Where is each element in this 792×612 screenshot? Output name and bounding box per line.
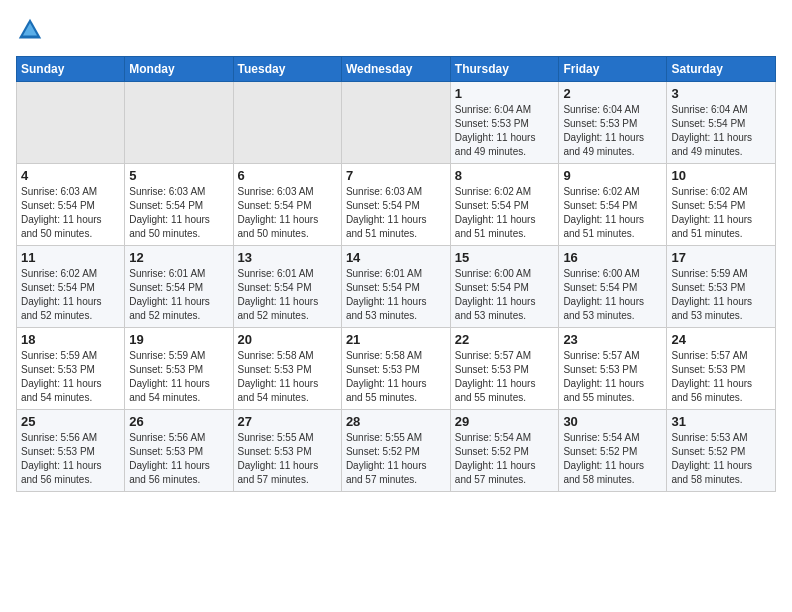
day-number: 1 xyxy=(455,86,555,101)
day-info: Sunrise: 6:03 AM Sunset: 5:54 PM Dayligh… xyxy=(21,185,120,241)
calendar-cell: 25Sunrise: 5:56 AM Sunset: 5:53 PM Dayli… xyxy=(17,410,125,492)
day-number: 21 xyxy=(346,332,446,347)
calendar-cell: 3Sunrise: 6:04 AM Sunset: 5:54 PM Daylig… xyxy=(667,82,776,164)
day-info: Sunrise: 6:00 AM Sunset: 5:54 PM Dayligh… xyxy=(563,267,662,323)
calendar-cell: 1Sunrise: 6:04 AM Sunset: 5:53 PM Daylig… xyxy=(450,82,559,164)
day-info: Sunrise: 6:01 AM Sunset: 5:54 PM Dayligh… xyxy=(346,267,446,323)
day-header-friday: Friday xyxy=(559,57,667,82)
calendar-cell: 29Sunrise: 5:54 AM Sunset: 5:52 PM Dayli… xyxy=(450,410,559,492)
day-number: 9 xyxy=(563,168,662,183)
calendar-cell: 31Sunrise: 5:53 AM Sunset: 5:52 PM Dayli… xyxy=(667,410,776,492)
calendar-cell: 7Sunrise: 6:03 AM Sunset: 5:54 PM Daylig… xyxy=(341,164,450,246)
day-number: 13 xyxy=(238,250,337,265)
day-info: Sunrise: 6:02 AM Sunset: 5:54 PM Dayligh… xyxy=(563,185,662,241)
calendar-cell xyxy=(17,82,125,164)
calendar-cell: 21Sunrise: 5:58 AM Sunset: 5:53 PM Dayli… xyxy=(341,328,450,410)
calendar-cell: 5Sunrise: 6:03 AM Sunset: 5:54 PM Daylig… xyxy=(125,164,233,246)
calendar-cell: 4Sunrise: 6:03 AM Sunset: 5:54 PM Daylig… xyxy=(17,164,125,246)
calendar-cell: 20Sunrise: 5:58 AM Sunset: 5:53 PM Dayli… xyxy=(233,328,341,410)
calendar-week-row: 4Sunrise: 6:03 AM Sunset: 5:54 PM Daylig… xyxy=(17,164,776,246)
calendar-cell: 19Sunrise: 5:59 AM Sunset: 5:53 PM Dayli… xyxy=(125,328,233,410)
day-number: 12 xyxy=(129,250,228,265)
calendar-cell: 10Sunrise: 6:02 AM Sunset: 5:54 PM Dayli… xyxy=(667,164,776,246)
calendar-cell: 9Sunrise: 6:02 AM Sunset: 5:54 PM Daylig… xyxy=(559,164,667,246)
day-info: Sunrise: 5:56 AM Sunset: 5:53 PM Dayligh… xyxy=(21,431,120,487)
day-info: Sunrise: 6:02 AM Sunset: 5:54 PM Dayligh… xyxy=(21,267,120,323)
calendar-cell xyxy=(125,82,233,164)
day-number: 14 xyxy=(346,250,446,265)
calendar-cell: 11Sunrise: 6:02 AM Sunset: 5:54 PM Dayli… xyxy=(17,246,125,328)
calendar-cell: 27Sunrise: 5:55 AM Sunset: 5:53 PM Dayli… xyxy=(233,410,341,492)
calendar-cell: 14Sunrise: 6:01 AM Sunset: 5:54 PM Dayli… xyxy=(341,246,450,328)
calendar-cell: 15Sunrise: 6:00 AM Sunset: 5:54 PM Dayli… xyxy=(450,246,559,328)
day-header-thursday: Thursday xyxy=(450,57,559,82)
calendar-cell: 8Sunrise: 6:02 AM Sunset: 5:54 PM Daylig… xyxy=(450,164,559,246)
day-header-wednesday: Wednesday xyxy=(341,57,450,82)
day-info: Sunrise: 5:56 AM Sunset: 5:53 PM Dayligh… xyxy=(129,431,228,487)
day-number: 16 xyxy=(563,250,662,265)
calendar-header-row: SundayMondayTuesdayWednesdayThursdayFrid… xyxy=(17,57,776,82)
day-info: Sunrise: 6:04 AM Sunset: 5:53 PM Dayligh… xyxy=(563,103,662,159)
day-info: Sunrise: 5:55 AM Sunset: 5:52 PM Dayligh… xyxy=(346,431,446,487)
calendar-cell: 13Sunrise: 6:01 AM Sunset: 5:54 PM Dayli… xyxy=(233,246,341,328)
calendar-week-row: 25Sunrise: 5:56 AM Sunset: 5:53 PM Dayli… xyxy=(17,410,776,492)
calendar-cell: 18Sunrise: 5:59 AM Sunset: 5:53 PM Dayli… xyxy=(17,328,125,410)
day-info: Sunrise: 5:58 AM Sunset: 5:53 PM Dayligh… xyxy=(238,349,337,405)
day-info: Sunrise: 5:58 AM Sunset: 5:53 PM Dayligh… xyxy=(346,349,446,405)
day-number: 4 xyxy=(21,168,120,183)
day-info: Sunrise: 5:57 AM Sunset: 5:53 PM Dayligh… xyxy=(671,349,771,405)
calendar-cell: 23Sunrise: 5:57 AM Sunset: 5:53 PM Dayli… xyxy=(559,328,667,410)
day-info: Sunrise: 6:01 AM Sunset: 5:54 PM Dayligh… xyxy=(129,267,228,323)
calendar-week-row: 11Sunrise: 6:02 AM Sunset: 5:54 PM Dayli… xyxy=(17,246,776,328)
logo-icon xyxy=(16,16,44,44)
day-number: 18 xyxy=(21,332,120,347)
day-info: Sunrise: 6:00 AM Sunset: 5:54 PM Dayligh… xyxy=(455,267,555,323)
page-header xyxy=(16,16,776,44)
day-number: 22 xyxy=(455,332,555,347)
calendar-cell: 16Sunrise: 6:00 AM Sunset: 5:54 PM Dayli… xyxy=(559,246,667,328)
day-info: Sunrise: 6:03 AM Sunset: 5:54 PM Dayligh… xyxy=(346,185,446,241)
day-number: 6 xyxy=(238,168,337,183)
day-header-monday: Monday xyxy=(125,57,233,82)
day-info: Sunrise: 5:57 AM Sunset: 5:53 PM Dayligh… xyxy=(563,349,662,405)
calendar-cell: 26Sunrise: 5:56 AM Sunset: 5:53 PM Dayli… xyxy=(125,410,233,492)
day-number: 8 xyxy=(455,168,555,183)
day-info: Sunrise: 6:02 AM Sunset: 5:54 PM Dayligh… xyxy=(455,185,555,241)
calendar-cell: 17Sunrise: 5:59 AM Sunset: 5:53 PM Dayli… xyxy=(667,246,776,328)
day-number: 31 xyxy=(671,414,771,429)
day-info: Sunrise: 6:04 AM Sunset: 5:54 PM Dayligh… xyxy=(671,103,771,159)
day-header-saturday: Saturday xyxy=(667,57,776,82)
calendar-cell: 6Sunrise: 6:03 AM Sunset: 5:54 PM Daylig… xyxy=(233,164,341,246)
day-info: Sunrise: 6:03 AM Sunset: 5:54 PM Dayligh… xyxy=(129,185,228,241)
day-info: Sunrise: 6:03 AM Sunset: 5:54 PM Dayligh… xyxy=(238,185,337,241)
calendar-week-row: 18Sunrise: 5:59 AM Sunset: 5:53 PM Dayli… xyxy=(17,328,776,410)
calendar-table: SundayMondayTuesdayWednesdayThursdayFrid… xyxy=(16,56,776,492)
day-info: Sunrise: 5:55 AM Sunset: 5:53 PM Dayligh… xyxy=(238,431,337,487)
day-info: Sunrise: 6:01 AM Sunset: 5:54 PM Dayligh… xyxy=(238,267,337,323)
day-number: 3 xyxy=(671,86,771,101)
day-number: 7 xyxy=(346,168,446,183)
day-number: 2 xyxy=(563,86,662,101)
day-info: Sunrise: 5:54 AM Sunset: 5:52 PM Dayligh… xyxy=(563,431,662,487)
calendar-cell: 22Sunrise: 5:57 AM Sunset: 5:53 PM Dayli… xyxy=(450,328,559,410)
calendar-cell xyxy=(233,82,341,164)
day-info: Sunrise: 5:59 AM Sunset: 5:53 PM Dayligh… xyxy=(671,267,771,323)
day-number: 30 xyxy=(563,414,662,429)
calendar-cell: 30Sunrise: 5:54 AM Sunset: 5:52 PM Dayli… xyxy=(559,410,667,492)
day-number: 26 xyxy=(129,414,228,429)
day-number: 24 xyxy=(671,332,771,347)
calendar-cell: 12Sunrise: 6:01 AM Sunset: 5:54 PM Dayli… xyxy=(125,246,233,328)
day-info: Sunrise: 5:53 AM Sunset: 5:52 PM Dayligh… xyxy=(671,431,771,487)
day-number: 25 xyxy=(21,414,120,429)
day-number: 5 xyxy=(129,168,228,183)
day-header-tuesday: Tuesday xyxy=(233,57,341,82)
logo xyxy=(16,16,48,44)
day-info: Sunrise: 5:57 AM Sunset: 5:53 PM Dayligh… xyxy=(455,349,555,405)
day-info: Sunrise: 6:04 AM Sunset: 5:53 PM Dayligh… xyxy=(455,103,555,159)
day-info: Sunrise: 5:54 AM Sunset: 5:52 PM Dayligh… xyxy=(455,431,555,487)
day-number: 28 xyxy=(346,414,446,429)
day-number: 11 xyxy=(21,250,120,265)
day-number: 19 xyxy=(129,332,228,347)
calendar-cell: 2Sunrise: 6:04 AM Sunset: 5:53 PM Daylig… xyxy=(559,82,667,164)
day-info: Sunrise: 5:59 AM Sunset: 5:53 PM Dayligh… xyxy=(21,349,120,405)
